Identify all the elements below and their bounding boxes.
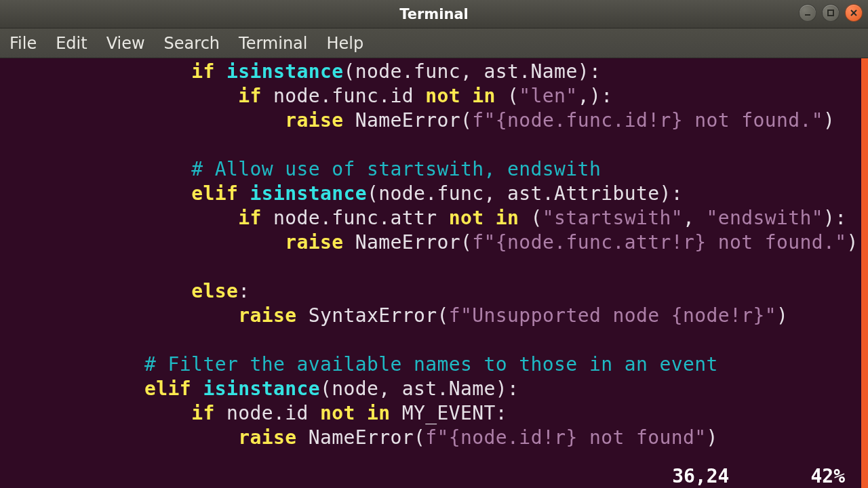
scroll-percent: 42% — [810, 465, 845, 487]
maximize-button[interactable] — [822, 4, 840, 22]
menu-edit[interactable]: Edit — [56, 34, 87, 53]
maximize-icon — [826, 8, 835, 18]
svg-rect-1 — [828, 10, 833, 16]
scrollbar[interactable] — [861, 58, 868, 488]
code-view: if isinstance(node.func, ast.Name): if n… — [0, 58, 861, 488]
close-button[interactable] — [845, 4, 863, 22]
menu-help[interactable]: Help — [327, 34, 364, 53]
vim-ruler: 36,24 42% — [0, 464, 861, 488]
menu-file[interactable]: File — [9, 34, 37, 53]
window-title: Terminal — [399, 6, 469, 22]
terminal-area[interactable]: if isinstance(node.func, ast.Name): if n… — [0, 58, 868, 488]
titlebar: Terminal — [0, 0, 868, 28]
menubar: File Edit View Search Terminal Help — [0, 28, 868, 58]
cursor-position: 36,24 — [672, 465, 729, 487]
window-controls — [799, 4, 863, 22]
close-icon — [849, 8, 859, 18]
menu-view[interactable]: View — [106, 34, 145, 53]
menu-terminal[interactable]: Terminal — [239, 34, 307, 53]
minimize-button[interactable] — [799, 4, 816, 22]
menu-search[interactable]: Search — [164, 34, 220, 53]
minimize-icon — [803, 8, 812, 18]
